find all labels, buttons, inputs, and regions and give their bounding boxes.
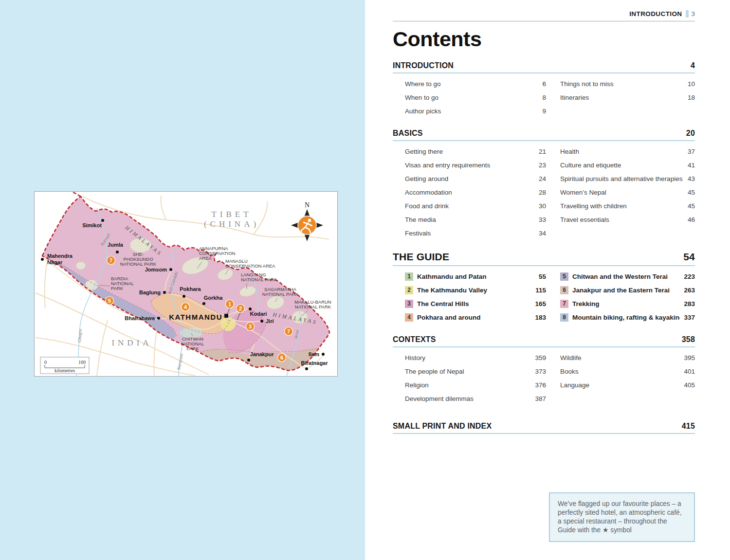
compass-rose: N bbox=[291, 201, 323, 241]
favourites-note: We’ve flagged up our favourite places – … bbox=[549, 492, 695, 542]
toc-row: Development dilemmas387 bbox=[405, 392, 546, 405]
toc-row: Culture and etiquette41 bbox=[560, 158, 695, 172]
svg-text:Mahendra: Mahendra bbox=[47, 253, 73, 259]
toc-row: Food and drink30 bbox=[405, 199, 546, 213]
section-heading: INTRODUCTION 4 bbox=[393, 61, 695, 73]
chapter-number-badge: 2 bbox=[405, 286, 413, 294]
compass-north-label: N bbox=[305, 201, 310, 209]
section-contexts: CONTEXTS 358 History359 The people of Ne… bbox=[393, 335, 695, 405]
section-basics: BASICS 20 Getting there21 Visas and entr… bbox=[393, 129, 695, 240]
toc-row: Things not to miss10 bbox=[560, 77, 695, 90]
chapter-number-badge: 7 bbox=[560, 300, 568, 308]
toc-row: The media33 bbox=[405, 213, 546, 226]
svg-text:AREA: AREA bbox=[199, 255, 212, 261]
contents-page: INTRODUCTION 3 Contents INTRODUCTION 4 W… bbox=[365, 0, 730, 560]
svg-text:Pokhara: Pokhara bbox=[180, 286, 201, 292]
country-label-india: INDIA bbox=[111, 338, 152, 347]
svg-text:Jiri: Jiri bbox=[266, 318, 274, 324]
toc-row: When to go8 bbox=[405, 90, 546, 104]
toc-row: Getting there21 bbox=[405, 145, 546, 158]
section-name: INTRODUCTION bbox=[393, 61, 454, 70]
river-label-ghagra: Ghagra bbox=[77, 328, 82, 343]
svg-text:NATIONAL PARK: NATIONAL PARK bbox=[262, 291, 299, 297]
svg-text:NATIONAL PARK: NATIONAL PARK bbox=[120, 261, 157, 267]
section-small-print: SMALL PRINT AND INDEX 415 bbox=[393, 422, 695, 434]
chapter-number-badge: 5 bbox=[560, 272, 568, 281]
section-page: 358 bbox=[682, 335, 695, 344]
nepal-map: TIBET (CHINA) INDIA HIMALAYAS HIMALAYAS … bbox=[34, 191, 338, 377]
section-name: BASICS bbox=[393, 129, 423, 138]
svg-text:Baglung: Baglung bbox=[139, 289, 161, 295]
toc-row: 7Trekking283 bbox=[560, 297, 695, 310]
toc-row: 2The Kathmandu Valley115 bbox=[405, 283, 546, 297]
section-page: 20 bbox=[686, 129, 695, 138]
nepal-map-svg: TIBET (CHINA) INDIA HIMALAYAS HIMALAYAS … bbox=[35, 192, 337, 376]
toc-row: History359 bbox=[405, 351, 546, 364]
section-heading: SMALL PRINT AND INDEX 415 bbox=[393, 422, 695, 434]
toc-row: 5Chitwan and the Western Terai223 bbox=[560, 270, 695, 283]
section-the-guide: THE GUIDE 54 1Kathmandu and Patan55 2The… bbox=[393, 251, 695, 324]
header-accent-bar bbox=[686, 10, 689, 18]
svg-text:5: 5 bbox=[108, 298, 111, 304]
favourites-note-text: We’ve flagged up our favourite places – … bbox=[558, 500, 682, 534]
chapter-number-badge: 3 bbox=[405, 300, 413, 308]
section-heading: THE GUIDE 54 bbox=[393, 251, 695, 266]
toc-row: Author picks9 bbox=[405, 104, 546, 118]
svg-text:Simikot: Simikot bbox=[82, 222, 102, 228]
section-name: SMALL PRINT AND INDEX bbox=[393, 422, 492, 431]
toc-row: 1Kathmandu and Patan55 bbox=[405, 270, 546, 283]
section-heading: CONTEXTS 358 bbox=[393, 335, 695, 347]
toc-row: The people of Nepal373 bbox=[405, 364, 546, 378]
toc-row: Visas and entry requirements23 bbox=[405, 158, 546, 172]
toc-row: Religion376 bbox=[405, 378, 546, 392]
country-label-china: (CHINA) bbox=[204, 219, 259, 229]
toc-row: Language405 bbox=[560, 378, 695, 392]
toc-row: Travelling with children45 bbox=[560, 199, 695, 213]
section-name: CONTEXTS bbox=[393, 335, 436, 344]
svg-text:Jomsom: Jomsom bbox=[145, 267, 167, 272]
svg-text:4: 4 bbox=[184, 304, 187, 310]
svg-text:NATIONAL PARK: NATIONAL PARK bbox=[295, 304, 331, 309]
svg-text:CONSERVATION AREA: CONSERVATION AREA bbox=[225, 263, 275, 269]
svg-text:kilometres: kilometres bbox=[55, 368, 75, 373]
toc-row: Travel essentials46 bbox=[560, 213, 695, 226]
header-rule bbox=[393, 21, 695, 21]
running-header: INTRODUCTION 3 bbox=[393, 9, 695, 18]
svg-text:6: 6 bbox=[280, 355, 283, 361]
section-page: 4 bbox=[691, 61, 695, 70]
section-introduction: INTRODUCTION 4 Where to go6 When to go8 … bbox=[393, 61, 695, 118]
section-heading: BASICS 20 bbox=[393, 129, 695, 141]
page-title: Contents bbox=[393, 28, 695, 50]
running-header-section: INTRODUCTION bbox=[629, 10, 682, 18]
toc-row: Books401 bbox=[560, 364, 695, 378]
toc-row: 3The Central Hills165 bbox=[405, 297, 546, 310]
scale-bar: 0 100 kilometres bbox=[40, 357, 89, 374]
toc-row: Getting around24 bbox=[405, 172, 546, 185]
toc-row: Itineraries18 bbox=[560, 90, 695, 104]
left-page: TIBET (CHINA) INDIA HIMALAYAS HIMALAYAS … bbox=[0, 0, 365, 560]
toc-row: 4Pokhara and around183 bbox=[405, 310, 546, 324]
svg-text:100: 100 bbox=[78, 360, 86, 365]
section-page: 54 bbox=[683, 251, 695, 263]
svg-text:PARK: PARK bbox=[186, 346, 199, 351]
toc-row: 6Janakpur and the Eastern Terai263 bbox=[560, 283, 695, 297]
svg-text:Bhairahawa: Bhairahawa bbox=[125, 315, 155, 321]
svg-text:Gorkha: Gorkha bbox=[204, 295, 223, 301]
svg-text:7: 7 bbox=[287, 328, 290, 334]
border-tail bbox=[72, 192, 81, 197]
toc-row: Where to go6 bbox=[405, 77, 546, 90]
svg-text:NATIONAL PARK: NATIONAL PARK bbox=[241, 277, 277, 282]
chapter-number-badge: 4 bbox=[405, 313, 413, 322]
svg-text:7: 7 bbox=[110, 257, 112, 263]
running-header-page-number: 3 bbox=[691, 10, 695, 18]
svg-text:1: 1 bbox=[228, 301, 231, 307]
chapter-number-badge: 8 bbox=[560, 313, 568, 322]
toc-row: Accommodation28 bbox=[405, 185, 546, 199]
section-name: THE GUIDE bbox=[393, 251, 449, 263]
section-page: 415 bbox=[682, 422, 695, 431]
svg-text:Kodari: Kodari bbox=[250, 311, 267, 317]
svg-text:Jumla: Jumla bbox=[108, 242, 124, 248]
toc-row: Spiritual pursuits and alternative thera… bbox=[560, 172, 695, 185]
toc-row: 8Mountain biking, rafting & kayaking337 bbox=[560, 310, 695, 324]
svg-text:PARK: PARK bbox=[111, 286, 124, 291]
